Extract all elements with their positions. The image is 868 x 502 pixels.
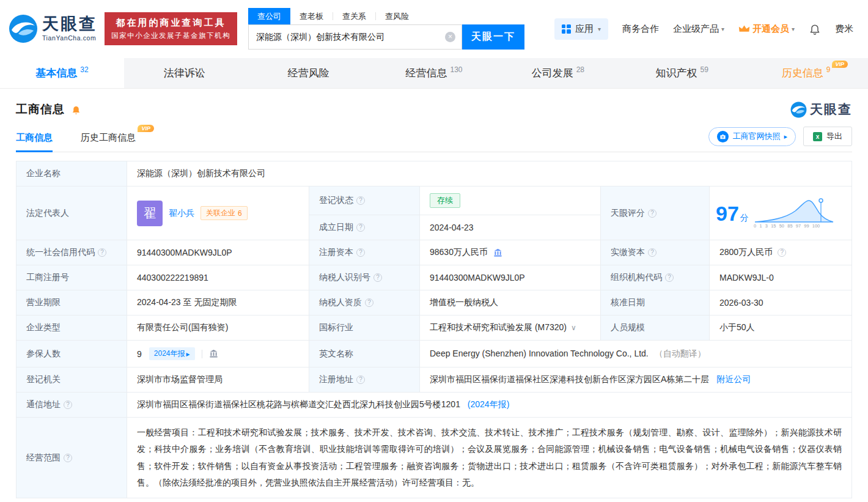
- chevron-down-icon: ▾: [792, 26, 795, 32]
- menu-vip[interactable]: 开通会员 ▾: [738, 23, 795, 35]
- search-box: × 天眼一下: [248, 24, 524, 50]
- page-title: 工商信息: [16, 102, 65, 117]
- tianyancha-logo[interactable]: 天眼查 TianYanCha.com: [9, 14, 97, 43]
- tab-company-development[interactable]: 公司发展 28: [496, 58, 620, 88]
- search-button[interactable]: 天眼一下: [462, 24, 524, 50]
- label-taxpayer-id: 纳税人识别号 ?: [309, 265, 420, 290]
- logo-brand-text: 天眼查: [42, 16, 97, 32]
- annual-report-badge[interactable]: 2024年报 ▸: [149, 347, 195, 360]
- value-english-name: Deep Energy (Shenzhen) Innovation Techno…: [420, 341, 852, 367]
- vip-badge: VIP: [138, 125, 154, 132]
- tianyancha-logo-icon: [9, 14, 38, 43]
- help-icon[interactable]: ?: [648, 209, 657, 218]
- nearby-companies-link[interactable]: 附近公司: [716, 374, 751, 384]
- search-input-wrap: ×: [248, 24, 462, 50]
- tab-legal-lawsuits[interactable]: 法律诉讼: [124, 58, 248, 88]
- value-mailing-address: 深圳市福田区福保街道福保社区桃花路与槟榔道交汇处西北深九科技创业园5号楼1201…: [127, 393, 852, 418]
- value-registration-number: 440300222219891: [127, 265, 309, 290]
- crown-icon: [738, 24, 750, 33]
- value-registered-capital: 98630万人民币: [420, 240, 601, 265]
- label-mailing-address: 通信地址 ?: [17, 393, 127, 418]
- label-industry: 国标行业: [309, 316, 420, 341]
- help-icon[interactable]: ?: [665, 273, 674, 282]
- menu-cooperation[interactable]: 商务合作: [622, 23, 659, 35]
- subtab-history-business-info[interactable]: 历史工商信息 VIP: [81, 127, 136, 152]
- label-registered-address: 注册地址 ?: [309, 367, 420, 393]
- sub-nav: 工商信息 历史工商信息 VIP 工商官网快照 ▸ x 导出: [16, 127, 852, 152]
- table-row: 企业名称 深能源（深圳）创新技术有限公司: [17, 161, 852, 186]
- tab-history-info[interactable]: 历史信息 9 VIP: [744, 58, 868, 88]
- help-icon[interactable]: ?: [778, 248, 786, 257]
- label-company-type: 企业类型: [17, 316, 127, 341]
- search-tab-boss[interactable]: 查老板: [290, 8, 333, 24]
- score-number: 97分: [716, 203, 749, 224]
- help-icon[interactable]: ?: [98, 248, 106, 257]
- value-registered-address: 深圳市福田区福保街道福保社区深港科技创新合作区深方园区A栋第二十层 附近公司: [420, 367, 852, 393]
- legal-rep-name-link[interactable]: 翟小兵: [169, 208, 194, 219]
- label-business-term: 营业期限: [17, 290, 127, 316]
- notification-bell-icon[interactable]: [809, 23, 821, 35]
- promo-banner: 都在用的商业查询工具 国家中小企业发展子基金旗下机构: [105, 12, 237, 45]
- value-org-code: MADKW9JL-0: [710, 265, 852, 290]
- table-row: 登记机关 深圳市市场监督管理局 注册地址 ? 深圳市福田区福保街道福保社区深港科…: [17, 367, 852, 393]
- tab-intellectual-property[interactable]: 知识产权 59: [620, 58, 744, 88]
- legal-rep-avatar[interactable]: 翟: [137, 201, 163, 226]
- excel-icon: x: [813, 132, 822, 141]
- score-axis-labels: 0131550859799100: [754, 223, 820, 228]
- subscribe-bell-icon[interactable]: [71, 104, 81, 115]
- help-icon[interactable]: ?: [64, 400, 72, 409]
- value-establish-date: 2024-04-23: [420, 215, 601, 240]
- help-icon[interactable]: ?: [356, 375, 365, 384]
- snapshot-button[interactable]: 工商官网快照 ▸: [708, 127, 796, 146]
- chevron-down-icon[interactable]: ∨: [571, 323, 576, 332]
- label-establish-date: 成立日期 ?: [309, 215, 420, 240]
- score-curve-chart: 0131550859799100: [754, 197, 834, 229]
- annual-report-link[interactable]: (2024年报): [468, 399, 509, 409]
- tab-operation-risk[interactable]: 经营风险: [248, 58, 372, 88]
- related-companies-badge[interactable]: 关联企业 6: [200, 206, 248, 220]
- label-tianyan-score: 天眼评分 ?: [601, 186, 710, 240]
- table-row: 法定代表人 翟 翟小兵 关联企业 6 登记状态 ? 存续: [17, 186, 852, 215]
- value-tianyan-score[interactable]: 97分 0131550859799100: [710, 186, 852, 240]
- apps-button[interactable]: 应用 ▾: [554, 18, 608, 40]
- tab-operation-info[interactable]: 经营信息 130: [372, 58, 496, 88]
- search-tab-risk[interactable]: 查风险: [376, 8, 418, 24]
- help-icon[interactable]: ?: [373, 273, 382, 282]
- label-legal-representative: 法定代表人: [17, 186, 127, 240]
- label-english-name: 英文名称: [309, 341, 420, 367]
- sub-actions: 工商官网快照 ▸ x 导出: [708, 127, 852, 152]
- help-icon[interactable]: ?: [356, 223, 365, 232]
- help-icon[interactable]: ?: [365, 298, 373, 307]
- label-credit-code: 统一社会信用代码 ?: [17, 240, 127, 265]
- watermark-brand-text: 天眼查: [810, 101, 852, 118]
- menu-username[interactable]: 费米: [835, 23, 853, 35]
- help-icon[interactable]: ?: [64, 454, 72, 462]
- clear-icon[interactable]: ×: [445, 32, 455, 42]
- business-info-table: 企业名称 深能源（深圳）创新技术有限公司 法定代表人 翟 翟小兵 关联企业 6: [16, 161, 852, 498]
- help-icon[interactable]: ?: [356, 248, 365, 257]
- search-tab-relation[interactable]: 查关系: [333, 8, 375, 24]
- divider: [202, 350, 202, 358]
- help-icon[interactable]: ?: [356, 196, 365, 205]
- value-taxpayer-id: 91440300MADKW9JL0P: [420, 265, 601, 290]
- building-icon[interactable]: [209, 349, 218, 358]
- label-registration-status: 登记状态 ?: [309, 186, 420, 215]
- menu-enterprise[interactable]: 企业级产品 ▾: [673, 23, 724, 35]
- search-tab-company[interactable]: 查公司: [248, 8, 290, 24]
- label-taxpayer-quality: 纳税人资质 ?: [309, 290, 420, 316]
- tab-basic-info[interactable]: 基本信息 32: [0, 58, 124, 88]
- tianyancha-watermark: 天眼查: [790, 101, 852, 118]
- value-company-type: 有限责任公司(国有独资): [127, 316, 309, 341]
- subtab-business-info[interactable]: 工商信息: [16, 127, 53, 152]
- value-staff-size: 小于50人: [710, 316, 852, 341]
- value-taxpayer-quality: 增值税一般纳税人: [420, 290, 601, 316]
- help-icon[interactable]: ?: [648, 248, 657, 257]
- table-row: 营业期限 2024-04-23 至 无固定期限 纳税人资质 ? 增值税一般纳税人…: [17, 290, 852, 316]
- building-icon[interactable]: [493, 248, 502, 257]
- chevron-down-icon: ▾: [721, 26, 724, 32]
- promo-line1: 都在用的商业查询工具: [111, 17, 230, 29]
- search-input[interactable]: [249, 32, 445, 42]
- vip-badge: VIP: [832, 61, 848, 68]
- export-button[interactable]: x 导出: [803, 127, 852, 146]
- arrow-right-icon: ▸: [186, 350, 190, 358]
